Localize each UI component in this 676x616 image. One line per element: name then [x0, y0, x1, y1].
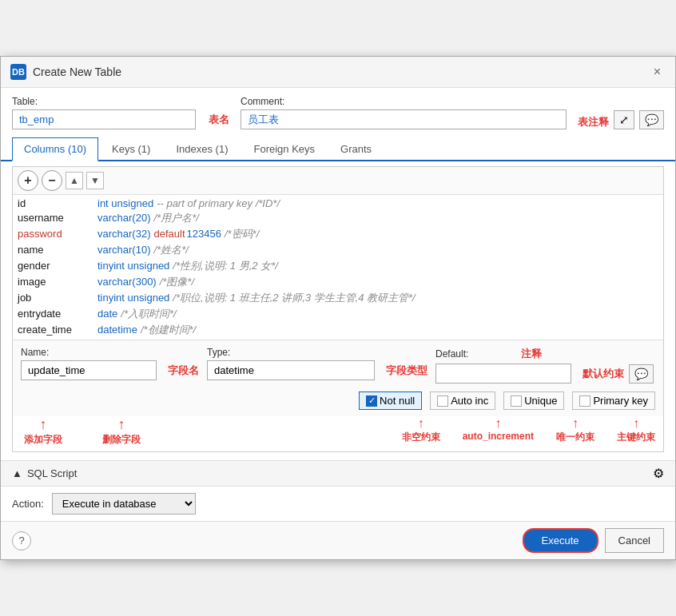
table-row[interactable]: id int unsigned -- part of primary key /…	[18, 197, 658, 210]
name-edit-input[interactable]	[21, 360, 157, 380]
tab-foreignkeys[interactable]: Foreign Keys	[241, 137, 327, 161]
col-comment: /*创建时间*/	[141, 323, 196, 337]
not-null-label: Not null	[380, 395, 415, 407]
table-row[interactable]: create_time datetime /*创建时间*/	[18, 322, 658, 338]
col-comment: -- part of primary key /*ID*/	[157, 197, 280, 209]
col-comment: /*密码*/	[225, 227, 259, 241]
expand-button[interactable]: ⤢	[614, 110, 634, 129]
toolbar-annotations: ↑ 添加字段 ↑ 删除字段	[24, 416, 141, 447]
type-edit-input[interactable]	[207, 360, 375, 380]
auto-inc-checkbox[interactable]: Auto inc	[430, 391, 495, 410]
field-note-button[interactable]: 💬	[629, 364, 654, 384]
action-select[interactable]: Execute in database Generate SQL file Sh…	[52, 493, 196, 515]
col-name: entrydate	[18, 308, 97, 320]
auto-inc-label: Auto inc	[451, 395, 488, 407]
primary-key-checkbox-indicator	[579, 395, 591, 407]
remove-arrow-icon: ↑	[118, 416, 125, 433]
type-edit-label: Type:	[207, 347, 427, 358]
remove-column-button[interactable]: −	[42, 170, 62, 191]
col-type: date	[97, 308, 117, 320]
comment-input[interactable]	[241, 109, 567, 129]
comment-section: 表注释 ⤢ 💬	[241, 109, 664, 129]
annotations-row: ↑ 添加字段 ↑ 删除字段 ↑ 非空约束 ↑ auto_increment	[13, 416, 663, 451]
table-row[interactable]: gender tinyint unsigned /*性别,说明: 1 男,2 女…	[18, 258, 658, 274]
create-table-dialog: DB Create New Table × Table: 表名 Comment:…	[0, 56, 676, 560]
primarykey-annotation: ↑ 主键约束	[617, 416, 655, 444]
tab-columns[interactable]: Columns (10)	[12, 137, 98, 161]
move-down-button[interactable]: ▼	[86, 172, 104, 189]
columns-toolbar: + − ▲ ▼	[13, 167, 663, 195]
tab-indexes[interactable]: Indexes (1)	[164, 137, 240, 161]
col-name: image	[18, 276, 97, 288]
col-comment: /*性别,说明: 1 男,2 女*/	[173, 259, 277, 273]
col-type: tinyint unsigned	[97, 292, 169, 304]
col-default-value: 123456	[187, 228, 221, 240]
notnull-annot-label: 非空约束	[402, 431, 440, 444]
table-name-group: Table: 表名	[12, 96, 229, 129]
footer-actions: Execute Cancel	[523, 528, 664, 553]
table-row[interactable]: job tinyint unsigned /*职位,说明: 1 班主任,2 讲师…	[18, 290, 658, 306]
col-name: id	[18, 197, 97, 209]
edit-type-field: Type: 字段类型	[207, 347, 427, 380]
close-button[interactable]: ×	[649, 63, 666, 81]
autoinc-arrow-icon: ↑	[495, 416, 501, 431]
add-column-button[interactable]: +	[18, 170, 38, 191]
col-comment: /*姓名*/	[153, 243, 188, 257]
not-null-checkbox[interactable]: ✓ Not null	[359, 391, 422, 410]
table-row[interactable]: entrydate date /*入职时间*/	[18, 306, 658, 322]
primarykey-annot-label: 主键约束	[617, 431, 655, 444]
primary-key-checkbox[interactable]: Primary key	[572, 391, 655, 410]
help-button[interactable]: ?	[12, 531, 31, 550]
col-name: job	[18, 292, 97, 304]
unique-checkbox[interactable]: Unique	[503, 391, 564, 410]
title-bar-left: DB Create New Table	[10, 64, 121, 80]
col-comment: /*用户名*/	[153, 211, 198, 225]
comment-icon-button[interactable]: 💬	[639, 110, 664, 129]
autoinc-annot-label: auto_increment	[463, 431, 534, 442]
table-row[interactable]: name varchar(10) /*姓名*/	[18, 242, 658, 258]
sql-header[interactable]: ▲ SQL Script ⚙	[1, 461, 675, 487]
table-row[interactable]: password varchar(32) default 123456 /*密码…	[18, 226, 658, 242]
col-type: varchar(32)	[97, 228, 150, 240]
comment-annotation: 表注释	[578, 115, 609, 129]
default-edit-label: Default:	[435, 348, 468, 360]
sql-collapse-icon: ▲	[12, 467, 22, 479]
table-row[interactable]: username varchar(20) /*用户名*/	[18, 210, 658, 226]
tab-grants[interactable]: Grants	[328, 137, 384, 161]
unique-annotation: ↑ 唯一约束	[556, 416, 594, 444]
checkbox-annotations: ↑ 非空约束 ↑ auto_increment ↑ 唯一约束 ↑ 主键约束	[402, 416, 655, 444]
note-label: 注释	[521, 347, 542, 361]
tabs-bar: Columns (10) Keys (1) Indexes (1) Foreig…	[1, 137, 675, 161]
edit-default-field: Default: 注释 默认约束 💬	[435, 347, 654, 384]
move-up-button[interactable]: ▲	[66, 172, 83, 189]
table-label: Table:	[12, 96, 229, 107]
add-label: 添加字段	[24, 433, 62, 447]
dialog-title: Create New Table	[33, 66, 121, 78]
remove-annotation: ↑ 删除字段	[102, 416, 141, 447]
execute-button[interactable]: Execute	[523, 528, 598, 553]
field-type-annotation: 字段类型	[386, 364, 427, 378]
not-null-checkbox-indicator: ✓	[366, 395, 377, 407]
sql-header-left: ▲ SQL Script	[12, 467, 77, 479]
sql-title: SQL Script	[27, 467, 77, 479]
unique-checkbox-indicator	[511, 395, 522, 407]
sql-gear-button[interactable]: ⚙	[653, 466, 664, 481]
cancel-button[interactable]: Cancel	[605, 528, 664, 553]
tab-keys[interactable]: Keys (1)	[100, 137, 162, 161]
add-annotation: ↑ 添加字段	[24, 416, 62, 447]
default-edit-input[interactable]	[435, 364, 571, 384]
form-section: Table: 表名 Comment: 表注释 ⤢ 💬	[1, 88, 675, 134]
col-type: varchar(20)	[97, 212, 150, 224]
action-label: Action:	[12, 498, 44, 510]
notnull-annotation: ↑ 非空约束	[402, 416, 440, 444]
col-name: create_time	[18, 324, 97, 336]
col-type: int unsigned	[97, 197, 153, 209]
table-row[interactable]: image varchar(300) /*图像*/	[18, 274, 658, 290]
sql-section: ▲ SQL Script ⚙ Action: Execute in databa…	[1, 460, 675, 521]
field-name-annotation: 字段名	[168, 364, 199, 378]
table-name-input[interactable]	[12, 109, 196, 129]
app-icon: DB	[10, 64, 26, 80]
primarykey-arrow-icon: ↑	[633, 416, 639, 431]
unique-label: Unique	[524, 395, 557, 407]
edit-row: Name: 字段名 Type: 字段类型 Default: 注释	[13, 340, 663, 388]
